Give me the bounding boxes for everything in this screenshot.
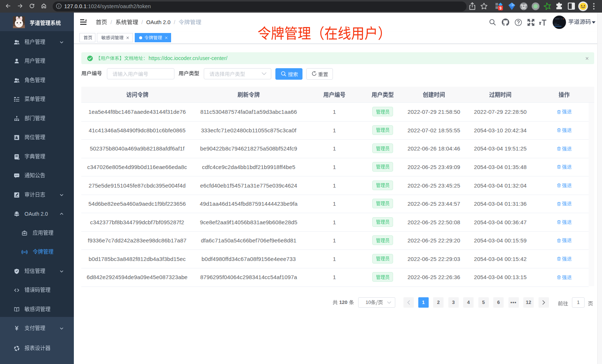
svg-text:9: 9 [500,6,502,10]
